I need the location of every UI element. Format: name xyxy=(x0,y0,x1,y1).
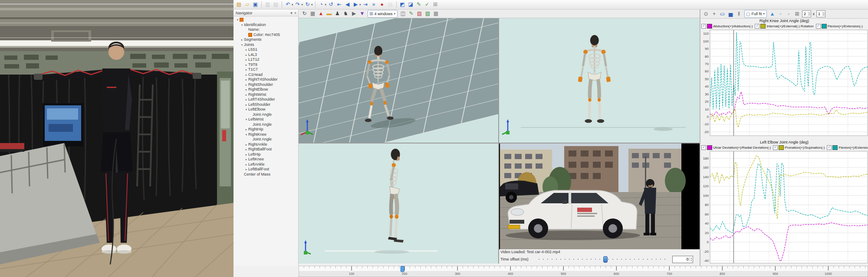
tree-item-leftt4shoulder[interactable]: ▸LeftT4Shoulder xyxy=(234,97,298,102)
chevron-down-icon[interactable]: ▾ xyxy=(359,3,361,7)
histogram-icon[interactable]: ▅ xyxy=(727,10,734,18)
chevron-down-icon[interactable]: ▾ xyxy=(240,42,244,48)
play-icon[interactable]: ▶ xyxy=(352,1,359,8)
pause-icon[interactable]: ‖ xyxy=(735,10,743,18)
chevron-right-icon[interactable]: ▸ xyxy=(244,102,248,108)
video-player[interactable] xyxy=(499,143,700,249)
tree-item-rightballfoot[interactable]: ▸RightBallFoot xyxy=(234,147,298,152)
sensor-view-icon[interactable]: ◪ xyxy=(407,1,414,8)
analysis-check-icon[interactable]: ✓ xyxy=(424,1,431,8)
chevron-right-icon[interactable]: ▸ xyxy=(244,157,248,162)
tree-item-center-of-mass[interactable]: Center of Mass xyxy=(234,172,298,177)
chevron-right-icon[interactable]: ▸ xyxy=(244,152,248,157)
chevron-down-icon[interactable]: ▾ xyxy=(302,3,303,7)
record-icon[interactable]: ● xyxy=(378,1,386,8)
chevron-down-icon[interactable]: ▾ xyxy=(244,107,248,112)
chevron-right-icon[interactable]: ▸ xyxy=(244,97,248,102)
tree-item-identification[interactable]: ▾Identification xyxy=(234,23,298,28)
reload-icon[interactable]: ↺ xyxy=(327,1,335,8)
fast-forward-icon[interactable]: » xyxy=(370,1,378,8)
tree-item-rightt4shoulder[interactable]: ▸RightT4Shoulder xyxy=(234,77,298,82)
filter-icon[interactable]: ▼ xyxy=(358,10,366,17)
tree-item-name[interactable]: Name: xyxy=(234,27,298,33)
chevron-down-icon[interactable]: ▾ xyxy=(325,3,327,7)
tree-item-lefthip[interactable]: ▸LeftHip xyxy=(234,152,298,157)
rows-spinner[interactable]: 2▴▾ xyxy=(802,10,811,17)
chevron-down-icon[interactable]: ▾ xyxy=(244,132,248,137)
legend-checkbox[interactable]: ✓ xyxy=(701,145,706,150)
legend-checkbox[interactable]: ✓ xyxy=(701,24,706,29)
chevron-right-icon[interactable]: ▸ xyxy=(244,82,248,88)
monitor-icon[interactable]: ▭ xyxy=(719,10,726,18)
tree-item-rightwrist[interactable]: ▸RightWrist xyxy=(234,92,298,98)
tree-item-leftelbow[interactable]: ▾LeftElbow xyxy=(234,107,298,112)
tree-item-rightshoulder[interactable]: ▸RightShoulder xyxy=(234,82,298,88)
spinner-arrows-icon[interactable]: ▴▾ xyxy=(689,257,693,261)
layout-grid-icon[interactable]: ⊞ xyxy=(432,1,439,8)
chevron-down-icon[interactable]: ▾ xyxy=(311,3,313,7)
chevron-right-icon[interactable]: ▸ xyxy=(244,67,248,72)
cols-spinner[interactable]: 1▴▾ xyxy=(816,10,825,17)
orbit-icon[interactable]: ↻ xyxy=(301,10,308,17)
copy-chart-icon[interactable]: ▫ xyxy=(785,10,792,18)
viewport-3d-front[interactable] xyxy=(499,18,700,143)
chevron-right-icon[interactable]: ▸ xyxy=(244,142,248,147)
tree-item-t1c7[interactable]: ▸T1C7 xyxy=(234,67,298,72)
tree-item-leftballfoot[interactable]: ▸LeftBallFoot xyxy=(234,167,298,172)
chevron-right-icon[interactable]: ▸ xyxy=(244,167,248,172)
tree-item-root[interactable]: ▾ xyxy=(234,17,298,23)
tree-item-joint-angle[interactable]: Joint Angle xyxy=(234,122,298,127)
time-offset-slider[interactable] xyxy=(539,256,669,262)
chevron-right-icon[interactable]: ▸ xyxy=(244,72,248,78)
warning-icon[interactable]: ▲ xyxy=(317,10,325,17)
tree-item-leftankle[interactable]: ▸LeftAnkle xyxy=(234,162,298,167)
chevron-right-icon[interactable]: ▸ xyxy=(244,127,248,132)
avatar-view-icon[interactable]: ◩ xyxy=(399,1,406,8)
legend-checkbox[interactable]: ✓ xyxy=(755,24,760,29)
ground-plane-icon[interactable]: ▬ xyxy=(326,10,333,17)
pin-icon[interactable]: ▾ xyxy=(290,11,293,15)
chevron-down-icon[interactable]: ▾ xyxy=(292,3,293,7)
tree-item-l5s1[interactable]: ▸L5S1 xyxy=(234,47,298,52)
legend-checkbox[interactable]: ✓ xyxy=(816,24,821,29)
reprocess-icon[interactable]: ↻ xyxy=(304,1,311,8)
tree-item-segments[interactable]: ▸Segments xyxy=(234,37,298,42)
chevron-down-icon[interactable]: ▾ xyxy=(236,17,240,23)
viewport-3d-side[interactable] xyxy=(299,143,498,264)
edit-markers-icon[interactable]: ✎ xyxy=(415,1,423,8)
chevron-right-icon[interactable]: ▸ xyxy=(244,52,248,58)
new-file-icon[interactable]: ▤ xyxy=(235,1,243,8)
calibration-icon[interactable]: ◔ xyxy=(318,1,325,8)
step-back-icon[interactable]: ◀ xyxy=(344,1,351,8)
tree-item-t9t8[interactable]: ▸T9T8 xyxy=(234,62,298,68)
tree-item-righthip[interactable]: ▸RightHip xyxy=(234,127,298,132)
pin-icon[interactable]: ⊙ xyxy=(702,10,710,18)
open-folder-icon[interactable]: ▱ xyxy=(243,1,251,8)
camera-icon[interactable]: ◫ xyxy=(399,10,407,17)
go-to-start-icon[interactable]: ⇤ xyxy=(335,1,343,8)
tree-item-l4l3[interactable]: ▸L4L3 xyxy=(234,52,298,58)
viewport-3d-perspective[interactable] xyxy=(299,18,498,143)
properties-icon[interactable]: ▩ xyxy=(432,10,440,17)
save-icon[interactable]: ▣ xyxy=(252,1,259,8)
timeline-playhead[interactable] xyxy=(401,266,404,272)
tree-item-c1head[interactable]: ▸C1Head xyxy=(234,72,298,78)
undo-icon[interactable]: ↶ xyxy=(284,1,292,8)
zoom-chart-icon[interactable]: ▲ xyxy=(769,10,776,18)
tree-item-joint-angle[interactable]: Joint Angle xyxy=(234,137,298,142)
pointer-icon[interactable]: ▶ xyxy=(350,10,358,17)
chevron-right-icon[interactable]: ▸ xyxy=(240,37,244,42)
chevron-down-icon[interactable]: ▾ xyxy=(240,23,244,28)
timeline-ruler[interactable]: 1002003004005006007008009001000 xyxy=(299,266,868,277)
chart-grid-icon[interactable]: ⊞ xyxy=(793,10,801,18)
tree-item-joint-angle[interactable]: Joint Angle xyxy=(234,112,298,117)
legend-checkbox[interactable]: ✓ xyxy=(773,145,778,150)
tree-item-l1t12[interactable]: ▸L1T12 xyxy=(234,57,298,62)
tree-item-joints[interactable]: ▾Joints xyxy=(234,42,298,48)
go-to-end-icon[interactable]: ⇥ xyxy=(362,1,369,8)
chevron-right-icon[interactable]: ▸ xyxy=(244,92,248,98)
time-offset-slider-handle[interactable] xyxy=(603,256,608,263)
chart-plot[interactable]: 1101009080706050403020100-10-20 xyxy=(700,29,868,138)
chevron-right-icon[interactable]: ▸ xyxy=(244,77,248,82)
grid-icon[interactable]: ▦ xyxy=(309,10,316,17)
